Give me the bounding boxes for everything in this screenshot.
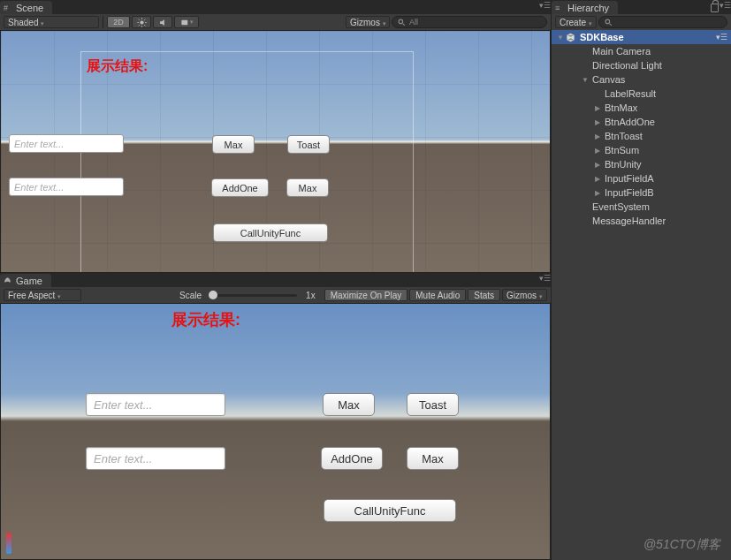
scene-toolbar: Shaded 2D ▾ Gizmos All — [0, 14, 551, 30]
hierarchy-item-label: InputFieldA — [605, 173, 654, 184]
hierarchy-item[interactable]: ▶BtnMax — [552, 101, 731, 115]
btn-max2[interactable]: Max — [286, 178, 329, 197]
game-viewport[interactable]: 展示结果: Enter text... Enter text... Max To… — [0, 303, 551, 560]
game-pane: Game ▾☰ Free Aspect Scale 1x Maximize On… — [0, 273, 551, 560]
hierarchy-tab-label: Hierarchy — [567, 3, 609, 13]
hierarchy-tab[interactable]: ≡ Hierarchy — [552, 1, 618, 14]
scale-slider-thumb[interactable] — [209, 291, 217, 299]
stats-button[interactable]: Stats — [468, 289, 500, 301]
hierarchy-item[interactable]: ▶BtnAddOne — [552, 115, 731, 129]
scale-value: 1x — [306, 291, 316, 300]
hierarchy-item[interactable]: MessageHandler — [552, 214, 731, 228]
audio-toggle-icon[interactable] — [153, 16, 172, 28]
scale-label: Scale — [179, 291, 202, 300]
shading-mode-dropdown[interactable]: Shaded — [4, 16, 99, 28]
hierarchy-item-label: BtnMax — [605, 102, 637, 113]
game-pane-menu-icon[interactable]: ▾☰ — [539, 274, 548, 283]
hierarchy-item-label: MessageHandler — [592, 216, 666, 226]
hierarchy-item[interactable]: ▶BtnSum — [552, 143, 731, 157]
input-a[interactable]: Enter text... — [86, 393, 225, 416]
hierarchy-item[interactable]: LabelResult — [552, 87, 731, 101]
btn-max2[interactable]: Max — [407, 447, 459, 470]
unity-scene-icon — [566, 33, 575, 42]
result-label: 展示结果: — [87, 57, 148, 76]
hierarchy-item[interactable]: Directional Light — [552, 58, 731, 72]
scene-search-input[interactable]: All — [392, 16, 547, 28]
hierarchy-item-label: LabelResult — [605, 88, 656, 99]
input-a[interactable]: Enter text... — [9, 134, 124, 153]
game-tab-icon — [4, 276, 11, 286]
input-b[interactable]: Enter text... — [9, 178, 124, 196]
scale-slider[interactable] — [209, 294, 297, 297]
hierarchy-item[interactable]: ▶BtnToast — [552, 129, 731, 143]
watermark-text: @51CTO博客 — [643, 537, 720, 553]
svg-point-0 — [140, 20, 143, 24]
btn-max[interactable]: Max — [212, 135, 255, 154]
hierarchy-search-input[interactable] — [598, 16, 727, 28]
btn-2d[interactable]: 2D — [107, 16, 130, 28]
btn-toast[interactable]: Toast — [407, 393, 459, 416]
hierarchy-pane: ≡ Hierarchy ▾☰ Create ▼ SDKBase ▾☰ Main … — [551, 0, 731, 560]
expand-icon[interactable]: ▶ — [592, 147, 603, 155]
expand-icon[interactable]: ▶ — [592, 189, 603, 197]
scene-pane: # Scene ▾☰ Shaded 2D ▾ Gizmos All 展示结果: … — [0, 0, 551, 273]
hierarchy-item[interactable]: EventSystem — [552, 200, 731, 214]
scene-viewport[interactable]: 展示结果: Enter text... Enter text... Max To… — [0, 30, 551, 273]
mute-audio-button[interactable]: Mute Audio — [409, 289, 466, 301]
hierarchy-pane-menu-icon[interactable]: ▾☰ — [720, 1, 728, 10]
scene-tab-icon: # — [4, 4, 8, 12]
hierarchy-item-label: EventSystem — [592, 201, 650, 212]
game-gizmos-dropdown[interactable]: Gizmos — [502, 289, 547, 301]
expand-icon[interactable]: ▶ — [592, 175, 603, 183]
hierarchy-item[interactable]: Main Camera — [552, 44, 731, 58]
expand-icon[interactable]: ▶ — [592, 118, 603, 126]
hierarchy-item-label: BtnUnity — [605, 159, 642, 170]
create-dropdown[interactable]: Create — [555, 16, 597, 28]
hierarchy-item[interactable]: ▶InputFieldA — [552, 171, 731, 185]
hierarchy-item[interactable]: ▶InputFieldB — [552, 185, 731, 200]
hierarchy-tab-icon: ≡ — [555, 4, 560, 12]
scene-tab[interactable]: # Scene — [0, 1, 52, 14]
hierarchy-item[interactable]: ▶BtnUnity — [552, 157, 731, 171]
btn-addone[interactable]: AddOne — [211, 178, 269, 197]
game-tab-label: Game — [16, 276, 42, 286]
fx-toggle-icon[interactable]: ▾ — [174, 16, 199, 28]
game-toolbar: Free Aspect Scale 1x Maximize On Play Mu… — [0, 287, 551, 303]
gradient-indicator-icon — [6, 533, 11, 554]
scene-menu-icon[interactable]: ▾☰ — [716, 33, 727, 42]
btn-addone[interactable]: AddOne — [321, 447, 383, 470]
btn-toast[interactable]: Toast — [287, 135, 330, 154]
hierarchy-item[interactable]: ▼Canvas — [552, 72, 731, 87]
hierarchy-item-label: Main Camera — [592, 46, 651, 57]
hierarchy-tree[interactable]: ▼ SDKBase ▾☰ Main CameraDirectional Ligh… — [552, 30, 731, 560]
input-b[interactable]: Enter text... — [86, 447, 225, 470]
game-tab-bar: Game ▾☰ — [0, 273, 551, 287]
scene-pane-menu-icon[interactable]: ▾☰ — [539, 1, 548, 10]
hierarchy-item-label: Directional Light — [592, 60, 662, 71]
scene-tab-bar: # Scene ▾☰ — [0, 0, 551, 14]
game-tab[interactable]: Game — [0, 274, 51, 287]
hierarchy-tab-bar: ≡ Hierarchy ▾☰ — [552, 0, 731, 14]
maximize-on-play-button[interactable]: Maximize On Play — [324, 289, 408, 301]
expand-icon[interactable]: ▶ — [592, 161, 603, 169]
hierarchy-item-label: BtnSum — [605, 145, 639, 155]
scene-name: SDKBase — [580, 32, 624, 42]
btn-callunity[interactable]: CallUnityFunc — [324, 499, 456, 522]
result-label: 展示结果: — [171, 309, 240, 330]
gizmos-dropdown[interactable]: Gizmos — [346, 16, 390, 28]
expand-icon[interactable]: ▶ — [592, 104, 603, 112]
hierarchy-item-label: BtnAddOne — [605, 117, 655, 127]
lock-icon[interactable] — [711, 4, 719, 12]
hierarchy-scene-row[interactable]: ▼ SDKBase ▾☰ — [552, 30, 731, 44]
expand-icon[interactable]: ▼ — [580, 76, 590, 84]
expand-icon[interactable]: ▶ — [592, 132, 603, 140]
btn-max[interactable]: Max — [323, 393, 375, 416]
lighting-toggle-icon[interactable] — [132, 16, 151, 28]
btn-callunity[interactable]: CallUnityFunc — [213, 223, 328, 242]
hierarchy-toolbar: Create — [552, 14, 731, 30]
expand-icon[interactable]: ▼ — [555, 34, 566, 42]
svg-point-2 — [399, 19, 403, 24]
scene-tab-label: Scene — [16, 3, 43, 13]
svg-rect-1 — [181, 19, 187, 25]
aspect-dropdown[interactable]: Free Aspect — [4, 289, 81, 301]
